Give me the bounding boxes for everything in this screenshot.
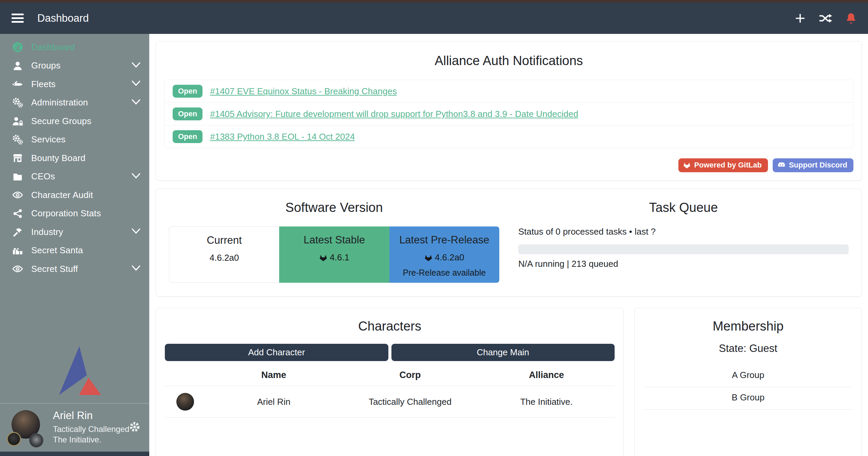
store-icon — [9, 153, 26, 163]
character-alliance: The Initiative. — [478, 392, 615, 412]
notifications-title: Alliance Auth Notifications — [164, 54, 853, 68]
eye-icon — [9, 190, 26, 200]
user-name: Ariel Rin — [53, 410, 129, 422]
sidebar-item-label: Character Audit — [31, 190, 93, 200]
version-number: 4.6.2a0 — [169, 253, 279, 263]
notification-bell-icon[interactable] — [846, 13, 856, 24]
support-discord-badge[interactable]: Support Discord — [773, 158, 853, 172]
notification-item: Open #1383 Python 3.8 EOL - 14 Oct 2024 — [165, 125, 853, 148]
column-header-name: Name — [206, 361, 342, 386]
sidebar-item-secret-santa[interactable]: Secret Santa — [0, 241, 149, 260]
software-version-title: Software Version — [169, 200, 499, 215]
membership-group-item: B Group — [643, 387, 853, 410]
characters-title: Characters — [165, 319, 615, 334]
chevron-down-icon — [132, 62, 140, 70]
sidebar-item-fleets[interactable]: Fleets — [0, 75, 149, 94]
sidebar-item-label: Fleets — [31, 79, 56, 90]
sidebar-item-groups[interactable]: Groups — [0, 57, 149, 75]
chevron-down-icon — [132, 265, 140, 273]
task-queue-status: Status of 0 processed tasks • last ? — [518, 226, 849, 237]
change-main-button[interactable]: Change Main — [391, 344, 615, 361]
main-content: Alliance Auth Notifications Open #1407 E… — [149, 34, 868, 456]
shuffle-icon[interactable] — [819, 13, 832, 24]
add-character-button[interactable]: Add Character — [165, 344, 388, 361]
software-version-section: Software Version Current 4.6.2a0 Latest … — [169, 198, 499, 283]
user-alliance: The Initiative. — [53, 434, 129, 445]
notifications-panel: Alliance Auth Notifications Open #1407 E… — [156, 41, 862, 181]
notification-link[interactable]: #1405 Advisory: Future development will … — [210, 109, 578, 119]
character-corp: Tactically Challenged — [342, 392, 478, 412]
task-queue-section: Task Queue Status of 0 processed tasks •… — [518, 198, 849, 283]
membership-state: State: Guest — [643, 342, 853, 355]
sidebar-item-industry[interactable]: Industry — [0, 223, 149, 241]
gears-icon — [9, 97, 26, 108]
notification-item: Open #1405 Advisory: Future development … — [165, 102, 853, 125]
chevron-down-icon — [132, 228, 140, 236]
sidebar-item-administration[interactable]: Administration — [0, 94, 149, 112]
sidebar-item-label: Industry — [31, 227, 63, 237]
notifications-list: Open #1407 EVE Equinox Status - Breaking… — [164, 80, 853, 148]
user-corp: Tactically Challenged — [53, 424, 129, 434]
sidebar-item-ceos[interactable]: CEOs — [0, 167, 149, 186]
powered-by-gitlab-badge[interactable]: Powered by GitLab — [678, 158, 768, 172]
notification-link[interactable]: #1407 EVE Equinox Status - Breaking Chan… — [210, 86, 397, 97]
membership-title: Membership — [643, 319, 853, 334]
sidebar-item-dashboard[interactable]: Dashboard — [0, 38, 149, 57]
sidebar-item-corporation-stats[interactable]: Corporation Stats — [0, 204, 149, 223]
character-avatar — [176, 393, 194, 411]
character-name: Ariel Rin — [206, 392, 342, 412]
table-row — [165, 386, 206, 417]
version-label: Latest Pre-Release — [389, 234, 499, 246]
column-header-corp: Corp — [342, 361, 478, 386]
sidebar-item-bounty-board[interactable]: Bounty Board — [0, 149, 149, 167]
chevron-down-icon — [132, 80, 140, 88]
user-panel[interactable]: Ariel Rin Tactically Challenged The Init… — [0, 403, 149, 452]
topbar: Dashboard — [0, 0, 868, 34]
gitlab-tanuki-icon — [424, 254, 432, 262]
discord-icon — [777, 162, 786, 168]
status-badge: Open — [173, 85, 202, 98]
version-number: 4.6.1 — [279, 252, 389, 263]
add-icon[interactable] — [795, 13, 806, 24]
sidebar-item-secure-groups[interactable]: Secure Groups — [0, 112, 149, 131]
corp-logo-badge — [7, 432, 21, 446]
sidebar-item-character-audit[interactable]: Character Audit — [0, 186, 149, 204]
sidebar-item-label: Corporation Stats — [31, 208, 101, 219]
notification-item: Open #1407 EVE Equinox Status - Breaking… — [165, 80, 853, 102]
settings-gear-icon[interactable] — [129, 421, 140, 434]
sidebar-item-label: Secure Groups — [31, 116, 91, 126]
folder-icon — [9, 172, 26, 182]
gauge-icon — [9, 42, 26, 53]
sidebar-item-label: Administration — [31, 97, 88, 108]
sidebar-item-secret-stuff[interactable]: Secret Stuff — [0, 260, 149, 278]
chevron-down-icon — [132, 99, 140, 106]
version-stable-box: Latest Stable 4.6.1 — [279, 226, 389, 283]
sidebar-item-label: Services — [31, 134, 65, 145]
status-badge: Open — [173, 130, 202, 143]
shuttle-icon — [9, 79, 26, 89]
software-task-panel: Software Version Current 4.6.2a0 Latest … — [156, 189, 862, 297]
eye-icon — [9, 264, 26, 274]
status-badge: Open — [173, 107, 202, 120]
characters-panel: Characters Add Character Change Main Nam… — [156, 308, 624, 456]
notification-link[interactable]: #1383 Python 3.8 EOL - 14 Oct 2024 — [210, 132, 355, 142]
sidebar-item-label: Groups — [31, 60, 60, 71]
sidebar-item-label: CEOs — [31, 171, 55, 182]
menu-toggle-icon[interactable] — [12, 14, 24, 23]
version-current-box: Current 4.6.2a0 — [169, 226, 279, 283]
chevron-down-icon — [132, 173, 140, 180]
alliance-auth-logo — [0, 345, 149, 403]
version-number: 4.6.2a0 — [389, 252, 499, 263]
gitlab-tanuki-icon — [319, 254, 327, 262]
user-icon — [9, 61, 26, 71]
membership-panel: Membership State: Guest A Group B Group — [634, 308, 862, 456]
sidebar-item-label: Secret Stuff — [31, 264, 78, 274]
membership-group-item: A Group — [643, 365, 853, 387]
sidebar-item-label: Bounty Board — [31, 153, 85, 163]
sidebar-item-label: Dashboard — [31, 42, 75, 53]
sidebar-item-services[interactable]: Services — [0, 131, 149, 149]
gifts-icon — [9, 245, 26, 256]
characters-table: Name Corp Alliance Ariel Rin Tactically … — [165, 361, 615, 418]
gitlab-tanuki-icon — [683, 161, 691, 169]
hammer-icon — [9, 227, 26, 237]
